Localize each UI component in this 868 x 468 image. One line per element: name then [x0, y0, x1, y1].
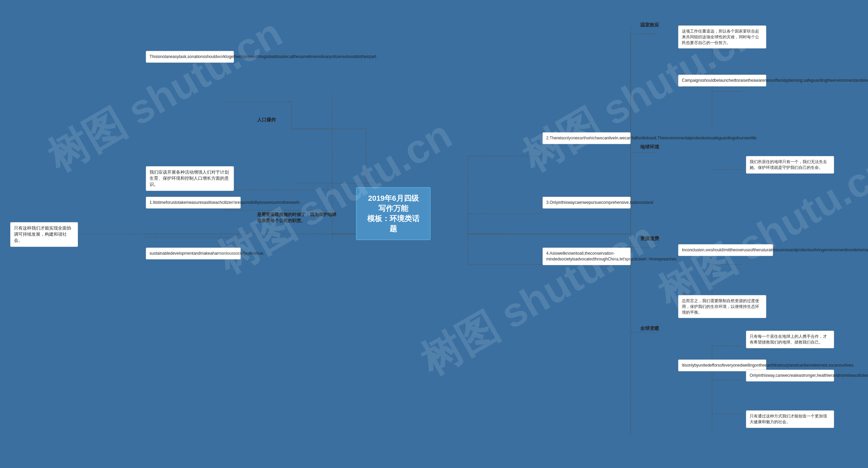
resource-text1: Inconclusion,weshouldlimittheoveruseofth…	[682, 248, 868, 252]
item3-text: 3.Onlyinthiswaycaenwepursuecomprehensive…	[546, 200, 653, 205]
earth-env-label-text: 地球环境	[640, 144, 659, 150]
global-warming-label: 全球变暖	[637, 324, 685, 333]
population-text-node: Thisisnotaneasytask,sonationsshouldworkt…	[146, 51, 234, 63]
earth-env-label: 地球环境	[637, 142, 685, 152]
global-warming-text3: Onlyinthisway,canwecreateastronger,healt…	[750, 373, 868, 378]
item1-text: 1.Itistimeforustotakemeasuresasitiseachc…	[150, 200, 301, 205]
greenhouse-label: 温室效应	[637, 20, 685, 30]
greenhouse-text2: Campaignsshouldbelaunchedtoraisetheaware…	[682, 78, 868, 83]
global-warming-text4-node: 只有通过这种方式我们才能创造一个更加强大健康和魅力的社会。	[746, 410, 834, 428]
watermark-3: 树图 shutu.cn	[411, 210, 665, 389]
earth-env-text: 我们所居住的地球只有一个，我们无法失去她。保护环境就是守护我们自己的生命。	[750, 159, 827, 170]
greenhouse-label-text: 温室效应	[640, 22, 659, 27]
left-main-node: 只有这样我们才能实现全面协调可持续发展，构建和谐社会。	[10, 222, 78, 247]
center-title-line1: 2019年6月四级写作万能	[365, 193, 422, 214]
time-label-text: 是需要采取措施的时候了，因为保护地球母亲是每个公民的职责。	[257, 212, 336, 223]
watermark-1: 树图 shutu.cn	[38, 6, 292, 185]
greenhouse-text2-node: Campaignsshouldbelaunchedtoraisetheaware…	[678, 75, 766, 86]
item3-node: 3.Onlyinthiswaycaenwepursuecomprehensive…	[542, 197, 631, 209]
item4-text: 4.Asiswellknowntoall,theconservation-min…	[546, 251, 677, 261]
item2-node: 2.ThereisonlyoneearthwhichwecanliveIn.we…	[542, 132, 631, 144]
women-node: 我们应该开展各种活动增强人们对于计划生育、保护环境和控制人口增长方面的意识。	[146, 166, 234, 191]
earth-env-text-node: 我们所居住的地球只有一个，我们无法失去她。保护环境就是守护我们自己的生命。	[746, 156, 834, 174]
center-title-line2: 模板：环境类话题	[365, 214, 422, 234]
resource-text1-node: Inconclusion,weshouldlimittheoveruseofth…	[678, 244, 773, 256]
global-warming-text1-node: 只有每一个居住在地球上的人携手合作，才有希望拯救我们的地球、拯救我们自己。	[746, 331, 834, 348]
resource-text2-node: 总而言之，我们需要限制自然资源的过度使用，保护我们的生存环境，以便维持生态环境的…	[678, 295, 766, 318]
global-warming-text1: 只有每一个居住在地球上的人携手合作，才有希望拯救我们的地球、拯救我们自己。	[750, 334, 827, 345]
population-text: Thisisnotaneasytask,sonationsshouldworkt…	[150, 54, 377, 59]
greenhouse-text1: 这项工作任重道远，所以各个国家要联合起来共同组织这场全球性的灾难，同时每个公民也…	[682, 29, 759, 45]
population-label-text: 人口爆炸	[257, 117, 276, 122]
center-node: 2019年6月四级写作万能 模板：环境类话题	[356, 187, 431, 240]
population-label: 人口爆炸	[254, 115, 295, 125]
item1-node: 1.Itistimeforustotakemeasuresasitiseachc…	[146, 197, 241, 209]
global-warming-text4: 只有通过这种方式我们才能创造一个更加强大健康和魅力的社会。	[750, 414, 827, 424]
time-label: 是需要采取措施的时候了，因为保护地球母亲是每个公民的职责。	[254, 210, 339, 225]
left-main-text: 只有这样我们才能实现全面协调可持续发展，构建和谐社会。	[14, 226, 71, 243]
resource-label-text: 资源滥费	[640, 236, 659, 241]
connector-lines	[0, 0, 868, 468]
global-warming-text2: itisonlybyunitedefforsofeveryonedwelling…	[682, 363, 854, 368]
sustainable-text: sustainabledevelopmentandmakeaharmonious…	[150, 251, 264, 256]
item2-text: 2.ThereisonlyoneearthwhichwecanliveIn.we…	[546, 136, 757, 140]
greenhouse-text1-node: 这项工作任重道远，所以各个国家要联合起来共同组织这场全球性的灾难，同时每个公民也…	[678, 25, 766, 48]
resource-label: 资源滥费	[637, 234, 685, 243]
global-warming-text3-node: Onlyinthisway,canwecreateastronger,healt…	[746, 370, 834, 382]
sustainable-node: sustainabledevelopmentandmakeaharmonious…	[146, 248, 241, 259]
global-warming-label-text: 全球变暖	[640, 326, 659, 331]
women-text: 我们应该开展各种活动增强人们对于计划生育、保护环境和控制人口增长方面的意识。	[150, 170, 229, 187]
resource-text2: 总而言之，我们需要限制自然资源的过度使用，保护我们的生存环境，以便维持生态环境的…	[682, 298, 759, 315]
item4-node: 4.Asiswellknowntoall,theconservation-min…	[542, 248, 631, 265]
